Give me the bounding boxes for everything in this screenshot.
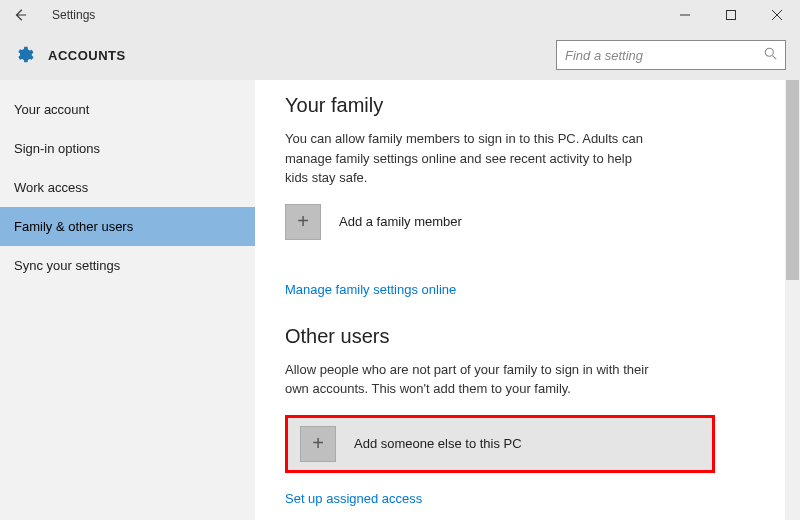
sidebar-item-family-other-users[interactable]: Family & other users bbox=[0, 207, 255, 246]
main-content: Your family You can allow family members… bbox=[255, 80, 800, 520]
close-icon bbox=[772, 10, 782, 20]
maximize-button[interactable] bbox=[708, 0, 754, 30]
window-title: Settings bbox=[52, 8, 95, 22]
gear-icon bbox=[14, 45, 34, 65]
search-icon bbox=[764, 47, 777, 63]
close-button[interactable] bbox=[754, 0, 800, 30]
body: Your account Sign-in options Work access… bbox=[0, 80, 800, 520]
add-family-member-button[interactable]: + Add a family member bbox=[285, 204, 770, 240]
add-family-member-label: Add a family member bbox=[339, 214, 462, 229]
search-input[interactable] bbox=[565, 48, 764, 63]
window-controls bbox=[662, 0, 800, 30]
header-row: ACCOUNTS bbox=[0, 30, 800, 80]
sidebar-item-work-access[interactable]: Work access bbox=[0, 168, 255, 207]
maximize-icon bbox=[726, 10, 736, 20]
back-button[interactable] bbox=[8, 3, 32, 27]
sidebar: Your account Sign-in options Work access… bbox=[0, 80, 255, 520]
your-family-heading: Your family bbox=[285, 94, 770, 117]
sidebar-item-sync-your-settings[interactable]: Sync your settings bbox=[0, 246, 255, 285]
add-someone-else-label: Add someone else to this PC bbox=[354, 436, 522, 451]
sidebar-item-sign-in-options[interactable]: Sign-in options bbox=[0, 129, 255, 168]
plus-icon: + bbox=[300, 426, 336, 462]
scrollbar-thumb[interactable] bbox=[786, 80, 799, 280]
other-users-heading: Other users bbox=[285, 325, 770, 348]
other-users-description: Allow people who are not part of your fa… bbox=[285, 360, 655, 399]
minimize-button[interactable] bbox=[662, 0, 708, 30]
assigned-access-link[interactable]: Set up assigned access bbox=[285, 491, 422, 506]
add-someone-else-button[interactable]: + Add someone else to this PC bbox=[285, 415, 715, 473]
sidebar-item-your-account[interactable]: Your account bbox=[0, 90, 255, 129]
svg-point-1 bbox=[765, 48, 773, 56]
titlebar: Settings bbox=[0, 0, 800, 30]
page-title: ACCOUNTS bbox=[48, 48, 126, 63]
plus-icon: + bbox=[285, 204, 321, 240]
svg-rect-0 bbox=[727, 11, 736, 20]
search-box[interactable] bbox=[556, 40, 786, 70]
your-family-description: You can allow family members to sign in … bbox=[285, 129, 655, 188]
manage-family-settings-link[interactable]: Manage family settings online bbox=[285, 282, 456, 297]
arrow-left-icon bbox=[13, 8, 27, 22]
minimize-icon bbox=[680, 10, 690, 20]
scrollbar[interactable] bbox=[785, 80, 800, 520]
